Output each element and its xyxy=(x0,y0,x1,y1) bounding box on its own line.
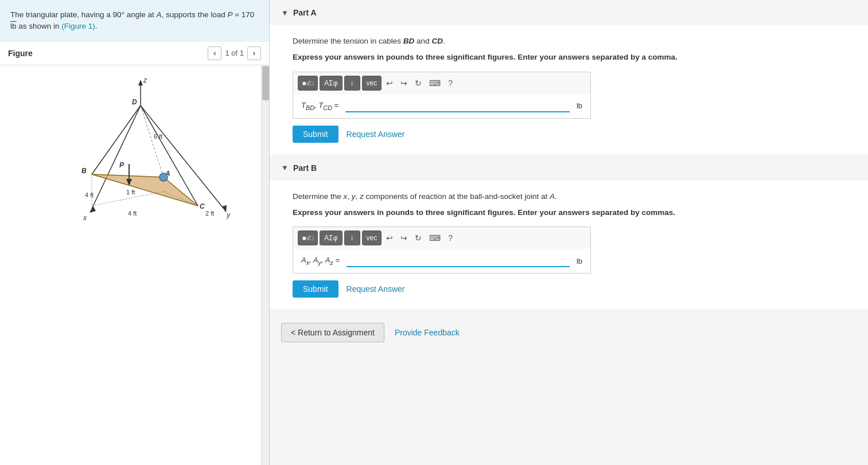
part-a-sigma-btn[interactable]: AΣφ xyxy=(320,76,342,91)
part-b-description: Determine the x, y, z components of reac… xyxy=(293,191,845,202)
part-b-submit-row: Submit Request Answer xyxy=(293,280,845,298)
part-b-submit-button[interactable]: Submit xyxy=(293,280,338,298)
svg-text:B: B xyxy=(81,167,87,175)
part-a-answer-row: TBD, TCD = lb xyxy=(293,94,591,119)
part-a-body: Determine the tension in cables BD and C… xyxy=(270,25,868,154)
scrollbar[interactable] xyxy=(261,65,269,466)
figure-navigation: ‹ 1 of 1 › xyxy=(208,46,261,60)
provide-feedback-link[interactable]: Provide Feedback xyxy=(395,328,460,337)
return-to-assignment-button[interactable]: < Return to Assignment xyxy=(281,323,384,342)
svg-text:4 ft: 4 ft xyxy=(128,210,137,217)
part-a-keyboard-icon[interactable]: ⌨ xyxy=(426,76,443,91)
part-a-submit-button[interactable]: Submit xyxy=(293,126,338,143)
svg-text:P: P xyxy=(119,161,124,169)
part-a-answer-input[interactable] xyxy=(345,100,570,112)
part-a-reset-icon[interactable]: ↻ xyxy=(412,76,425,91)
part-b-vec-btn[interactable]: vec xyxy=(362,230,382,245)
part-b-body: Determine the x, y, z components of reac… xyxy=(270,181,868,310)
part-b-help-icon[interactable]: ? xyxy=(445,230,456,245)
svg-text:z: z xyxy=(143,76,147,84)
part-a-label: Part A xyxy=(293,8,317,17)
svg-marker-9 xyxy=(92,174,198,206)
svg-text:6 ft: 6 ft xyxy=(154,133,162,140)
part-b-label: Part B xyxy=(293,163,317,173)
part-a-redo-icon[interactable]: ↪ xyxy=(398,76,410,91)
part-b-answer-label: Ax, Ay, Az = xyxy=(301,256,340,266)
svg-text:y: y xyxy=(226,211,231,219)
figure-content: z x y D B xyxy=(0,65,269,466)
part-b-sigma-btn[interactable]: AΣφ xyxy=(320,230,342,245)
part-a-submit-row: Submit Request Answer xyxy=(293,126,845,143)
part-b-sqrt-btn[interactable]: ■√□ xyxy=(298,230,318,245)
svg-text:4 ft: 4 ft xyxy=(85,192,94,198)
figure-link[interactable]: (Figure 1) xyxy=(61,22,95,30)
part-b-keyboard-icon[interactable]: ⌨ xyxy=(426,230,443,245)
part-b-reset-icon[interactable]: ↻ xyxy=(412,230,425,245)
part-b-redo-icon[interactable]: ↪ xyxy=(398,230,410,245)
figure-next-button[interactable]: › xyxy=(247,46,261,60)
figure-header: Figure ‹ 1 of 1 › xyxy=(0,42,269,65)
svg-text:1 ft: 1 ft xyxy=(126,189,135,196)
part-a-instruction: Express your answers in pounds to three … xyxy=(293,52,845,63)
bottom-bar: < Return to Assignment Provide Feedback xyxy=(270,310,868,355)
part-b-request-answer-link[interactable]: Request Answer xyxy=(347,284,405,294)
part-a-description: Determine the tension in cables BD and C… xyxy=(293,36,845,47)
svg-marker-1 xyxy=(138,80,143,85)
part-a-help-icon[interactable]: ? xyxy=(445,76,456,91)
figure-diagram: z x y D B xyxy=(17,71,258,232)
figure-page: 1 of 1 xyxy=(225,49,244,57)
problem-description: The triangular plate, having a 90° angle… xyxy=(0,0,269,42)
svg-line-11 xyxy=(92,105,141,174)
part-b-header[interactable]: ▼ Part B xyxy=(270,155,868,181)
part-a-request-answer-link[interactable]: Request Answer xyxy=(347,130,405,139)
svg-text:D: D xyxy=(132,98,137,106)
part-b-chevron: ▼ xyxy=(281,163,289,172)
part-b-instruction: Express your answers in pounds to three … xyxy=(293,207,845,218)
left-panel: The triangular plate, having a 90° angle… xyxy=(0,0,270,465)
svg-text:x: x xyxy=(83,214,87,222)
scrollbar-thumb xyxy=(262,66,269,100)
figure-section: Figure ‹ 1 of 1 › z x xyxy=(0,42,269,466)
part-a-undo-icon[interactable]: ↩ xyxy=(383,76,396,91)
part-a-header[interactable]: ▼ Part A xyxy=(270,0,868,25)
svg-marker-7 xyxy=(222,205,227,213)
svg-text:2 ft: 2 ft xyxy=(205,210,214,217)
right-panel: ▼ Part A Determine the tension in cables… xyxy=(270,0,868,465)
part-a-sqrt-btn[interactable]: ■√□ xyxy=(298,76,318,91)
part-b-updown-btn[interactable]: ↕ xyxy=(344,230,360,245)
figure-title: Figure xyxy=(8,49,33,58)
part-a-updown-btn[interactable]: ↕ xyxy=(344,76,360,91)
part-b-answer-row: Ax, Ay, Az = lb xyxy=(293,249,591,273)
figure-prev-button[interactable]: ‹ xyxy=(208,46,221,60)
part-b-answer-input[interactable] xyxy=(347,255,570,267)
svg-marker-4 xyxy=(89,206,96,213)
svg-point-17 xyxy=(159,173,168,181)
part-a-section: ▼ Part A Determine the tension in cables… xyxy=(270,0,868,154)
part-b-unit: lb xyxy=(577,257,582,265)
part-b-undo-icon[interactable]: ↩ xyxy=(383,230,396,245)
part-b-section: ▼ Part B Determine the x, y, z component… xyxy=(270,155,868,310)
svg-line-12 xyxy=(141,105,164,177)
part-a-answer-label: TBD, TCD = xyxy=(301,101,338,111)
svg-text:C: C xyxy=(200,202,205,210)
part-a-toolbar: ■√□ AΣφ ↕ vec ↩ ↪ ↻ ⌨ ? xyxy=(293,72,591,94)
part-a-chevron: ▼ xyxy=(281,9,289,17)
part-a-vec-btn[interactable]: vec xyxy=(362,76,382,91)
part-a-unit: lb xyxy=(577,101,582,110)
part-b-toolbar: ■√□ AΣφ ↕ vec ↩ ↪ ↻ ⌨ ? xyxy=(293,226,591,249)
